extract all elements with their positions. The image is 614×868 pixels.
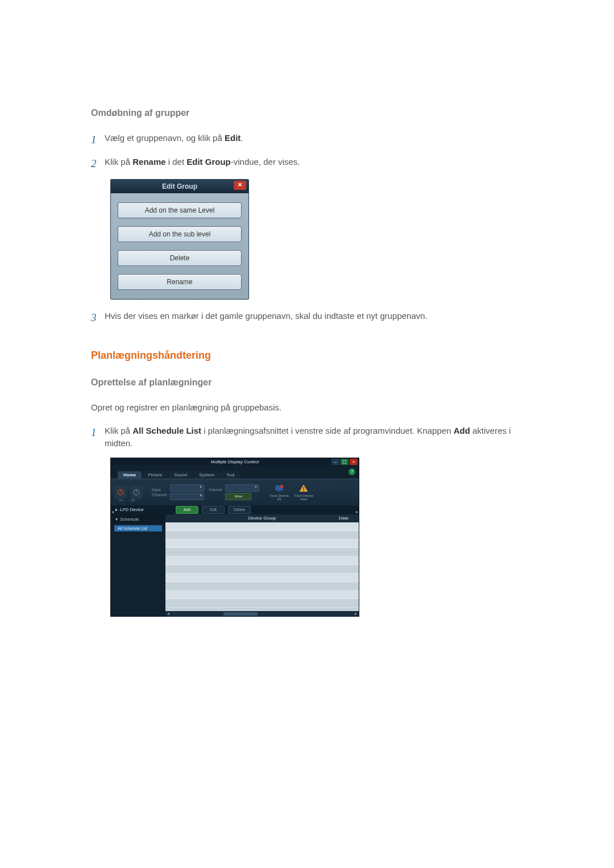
workspace: ◂ ▸ ▾ Schedule All Schedule List Device … [111,514,359,617]
ribbon-tabs: Home Picture Sound System Tool [111,466,359,479]
table-row [165,591,359,599]
edit-group-dialog-figure: Edit Group × Add on the same Level Add o… [110,179,523,300]
create-schedules-para: Opret og registrer en planlægning på gru… [91,401,523,414]
table-row [165,556,359,565]
volume-label: Volume [209,488,222,492]
power-icon [132,488,140,496]
step-number: 3 [91,310,105,326]
table-row [165,582,359,591]
svg-rect-8 [304,490,305,491]
close-icon[interactable]: × [350,459,358,465]
content-header: Device Group Date [165,514,359,522]
table-row [165,531,359,539]
svg-point-6 [280,485,284,488]
sidebar-item-schedule[interactable]: ▾ Schedule [111,514,165,524]
dialog-title-text: Edit Group [162,182,197,190]
lfd-device-label: LFD Device [120,507,144,512]
table-row [165,539,359,548]
input-select[interactable] [170,484,204,492]
step-3: 3 Hvis der vises en markør i det gamle g… [91,310,523,326]
tab-home[interactable]: Home [118,471,142,479]
tab-sound[interactable]: Sound [168,471,193,479]
col-date: Date [339,516,349,521]
fault-device-count[interactable]: Fault Device (0) [269,483,288,501]
warning-triangle-icon [298,483,309,493]
scroll-left-icon[interactable]: ◂ [165,611,171,617]
rename-steps-cont: 3 Hvis der vises en markør i det gamle g… [91,310,523,326]
power-icon [117,488,125,496]
step-2: 2 Klik på Rename i det Edit Group-vindue… [91,156,523,172]
input-label: Input [152,488,167,492]
action-bar: ▸ LFD Device Add Edit Delete [111,505,359,514]
volume-select[interactable] [225,484,259,492]
tab-tool[interactable]: Tool [221,471,240,479]
tab-picture[interactable]: Picture [142,471,168,479]
horizontal-scrollbar[interactable]: ◂ ▸ [165,611,359,617]
channel-label: Channel [152,493,167,497]
scroll-right-icon[interactable]: ▸ [353,611,359,617]
power-on-label: On [119,499,123,502]
schedule-management-heading: Planlægningshåndtering [91,350,523,362]
power-on-button[interactable] [114,486,127,499]
table-row [165,565,359,574]
step-1: 1 Vælg et gruppenavn, og klik på Edit. [91,132,523,148]
edit-button[interactable]: Edit [202,506,225,514]
step-text: Vælg et gruppenavn, og klik på Edit. [105,132,523,144]
table-row [165,522,359,531]
mdc-app-figure: Multiple Display Control – ▢ × ? Home Pi… [110,458,523,617]
add-same-level-button[interactable]: Add on the same Level [118,202,242,218]
step-text: Klik på Rename i det Edit Group-vindue, … [105,156,523,168]
table-row [165,574,359,582]
close-icon[interactable]: × [234,181,246,190]
caret-right-icon: ▸ [115,507,118,512]
table-row [165,599,359,608]
sidebar-item-all-schedule-list[interactable]: All Schedule List [114,525,162,531]
rename-groups-heading: Omdøbning af grupper [91,108,523,118]
step-number: 1 [91,425,105,441]
power-off-button[interactable] [130,486,143,499]
power-off-label: Off [130,499,135,502]
schedule-rows [165,522,359,608]
sidebar: ▾ Schedule All Schedule List [111,514,165,617]
dialog-titlebar: Edit Group × [111,180,248,193]
create-schedule-steps: 1 Klik på All Schedule List i planlægnin… [91,425,523,450]
app-titlebar: Multiple Display Control – ▢ × [111,458,359,466]
ribbon: On Off Input Channel Volume Mut [111,479,359,505]
scroll-thumb[interactable] [223,612,258,616]
col-device-group: Device Group [248,516,276,521]
help-icon[interactable]: ? [349,468,355,475]
caret-down-icon: ▾ [115,517,118,522]
edit-group-dialog: Edit Group × Add on the same Level Add o… [110,179,249,300]
app-title: Multiple Display Control [211,459,259,464]
maximize-icon[interactable]: ▢ [341,459,349,465]
svg-rect-5 [278,491,281,492]
add-sub-level-button[interactable]: Add on the sub level [118,226,242,242]
table-row [165,548,359,556]
mdc-app-window: Multiple Display Control – ▢ × ? Home Pi… [110,458,359,617]
step-1: 1 Klik på All Schedule List i planlægnin… [91,425,523,450]
svg-rect-7 [304,487,305,490]
step-text: Hvis der vises en markør i det gamle gru… [105,310,523,322]
channel-select[interactable] [170,493,204,500]
add-button[interactable]: Add [176,506,198,514]
delete-button[interactable]: Delete [118,250,242,266]
delete-button[interactable]: Delete [228,506,251,514]
monitor-warning-icon [274,483,284,493]
collapse-left-icon[interactable]: ◂ [111,507,114,517]
step-number: 2 [91,156,105,172]
tab-system[interactable]: System [193,471,220,479]
rename-steps: 1 Vælg et gruppenavn, og klik på Edit. 2… [91,132,523,171]
dialog-body: Add on the same Level Add on the sub lev… [111,193,248,299]
mute-button[interactable]: Mute [225,493,251,500]
step-text: Klik på All Schedule List i planlægnings… [105,425,523,450]
step-number: 1 [91,132,105,148]
create-schedules-heading: Oprettelse af planlægninger [91,377,523,388]
fault-device-alert[interactable]: Fault Device Alert [294,483,313,501]
minimize-icon[interactable]: – [331,459,339,465]
content-area: Device Group Date [165,514,359,617]
rename-button[interactable]: Rename [118,274,242,290]
